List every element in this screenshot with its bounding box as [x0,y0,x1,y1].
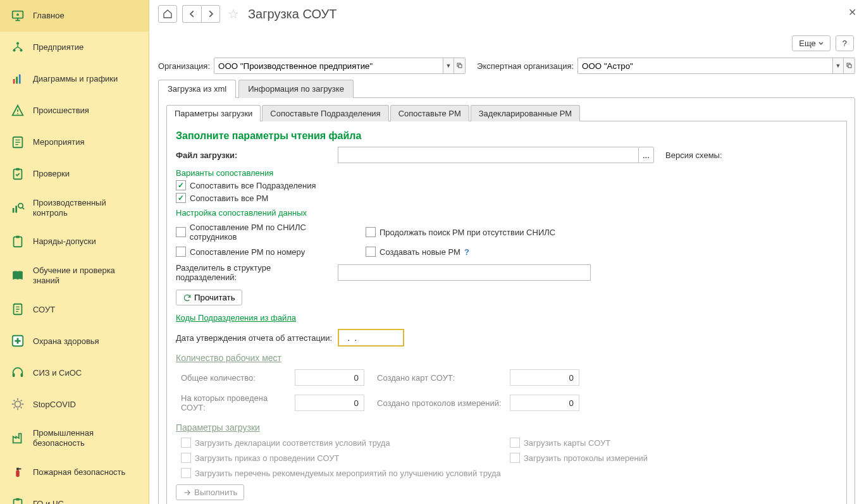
warning-icon [10,103,25,118]
browse-button[interactable]: ... [638,147,654,163]
codes-link[interactable]: Коды Подразделения из файла [176,313,296,323]
svg-rect-12 [13,208,15,212]
org-label: Организация: [158,61,210,71]
sidebar-item-label: Предприятие [33,42,83,52]
chk-snils[interactable] [176,227,186,237]
total-label: Общее количество: [181,373,290,383]
chk-all-deps-label: Сопоставить все Подразделения [190,181,316,190]
divider-input[interactable] [338,264,591,281]
home-button[interactable] [158,5,177,23]
svg-point-2 [16,42,19,44]
org-dropdown-button[interactable]: ▼ [443,58,454,74]
sidebar-item-ppe[interactable]: СИЗ и СиОС [0,357,149,388]
sidebar-item-prod-control[interactable]: Производственный контроль [0,190,149,226]
virus-icon [10,396,25,412]
chart-icon [10,71,25,87]
chk-load-recom-row: Загрузить перечень рекомендуемых меропри… [181,468,837,478]
forward-button[interactable] [201,5,220,23]
chk-snils-row: Сопоставление РМ по СНИЛС сотрудников [176,223,353,242]
sout-label: На которых проведена СОУТ: [181,393,290,412]
subtab-decl[interactable]: Задекларированные РМ [471,105,580,121]
approval-date-input[interactable] [338,329,404,347]
params-title: Параметры загрузки [176,422,837,433]
total-row: Общее количество: [181,369,364,386]
svg-rect-13 [15,206,17,212]
sidebar-item-fire[interactable]: Пожарная безопасность [0,457,149,488]
fill-params-title: Заполните параметры чтения файла [176,130,837,142]
sidebar-item-incidents[interactable]: Происшествия [0,95,149,126]
subtab-deps[interactable]: Сопоставьте Подразделения [262,105,388,121]
sout-value [295,395,364,411]
svg-rect-27 [459,65,462,68]
org-open-button[interactable] [454,58,466,74]
proto-row: Создано протоколов измерений: [377,393,579,412]
file-row: Файл загрузки: ... Версия схемы: [176,147,837,163]
chk-bynumber-row: Сопоставление РМ по номеру [176,247,353,257]
sidebar-item-charts[interactable]: Диаграммы и графики [0,63,149,95]
subtab-params[interactable]: Параметры загрузки [166,105,261,121]
back-button[interactable] [182,5,201,23]
org-combo: ▼ [214,58,466,74]
file-input[interactable] [338,147,638,163]
sidebar-item-industrial[interactable]: Промышленная безопасность [0,420,149,456]
svg-rect-19 [13,373,15,377]
help-button[interactable]: ? [836,35,854,51]
sidebar-item-label: Мероприятия [33,137,85,147]
data-settings-title: Настройка сопоставлений данных [176,208,837,218]
sidebar-item-label: Наряды-допуски [33,237,96,247]
cards-row: Создано карт СОУТ: [377,369,579,386]
sidebar-item-sout[interactable]: СОУТ [0,293,149,325]
chk-all-deps[interactable] [176,180,186,190]
expert-dropdown-button[interactable]: ▼ [832,58,844,74]
clipboard-alt-icon [10,496,25,504]
sidebar-item-checks[interactable]: Проверки [0,158,149,190]
chk-createnew[interactable] [366,247,376,257]
sidebar-item-permits[interactable]: Наряды-допуски [0,226,149,257]
sidebar-item-main[interactable]: Главное [0,0,149,32]
chk-load-cards-row: Загрузить карты СОУТ [510,438,610,448]
sidebar-item-emergency[interactable]: ГО и ЧС [0,488,149,504]
org-input[interactable] [214,58,443,74]
svg-rect-10 [14,169,22,180]
tab-load-xml[interactable]: Загрузка из xml [158,80,236,98]
main-content: ☆ Загрузка СОУТ ✕ Еще ? Организация: ▼ Э… [149,0,864,504]
outer-tabs: Загрузка из xml Информация по загрузке [158,79,855,97]
chk-load-recom-label: Загрузить перечень рекомендуемых меропри… [195,469,501,478]
clipboard-check-icon [10,166,25,181]
subtab-rm[interactable]: Сопоставьте РМ [390,105,469,121]
sidebar-item-label: Происшествия [33,106,89,116]
divider-row: Разделитель в структуре подразделений: [176,263,837,282]
expert-open-button[interactable] [844,58,855,74]
sidebar-item-health[interactable]: Охрана здоровья [0,325,149,357]
sidebar-item-enterprise[interactable]: Предприятие [0,32,149,63]
sout-row: На которых проведена СОУТ: [181,393,364,412]
nav-group [182,5,220,23]
execute-button[interactable]: Выполнить [176,484,244,500]
expert-input[interactable] [577,58,832,74]
svg-rect-22 [16,470,20,477]
svg-point-3 [13,49,15,51]
favorite-icon[interactable]: ☆ [228,6,239,22]
more-button[interactable]: Еще [792,35,830,51]
help-createnew[interactable]: ? [464,247,469,257]
svg-rect-7 [19,75,21,84]
read-button[interactable]: Прочитать [176,290,242,305]
top-right-actions: Еще ? [149,32,864,58]
svg-rect-5 [13,79,15,83]
svg-rect-6 [16,77,18,83]
chk-bynumber[interactable] [176,247,186,257]
svg-rect-20 [21,373,23,377]
chk-continue[interactable] [366,227,376,237]
chk-all-rm[interactable] [176,193,186,203]
sidebar-item-label: Проверки [33,169,70,179]
sidebar-item-label: ГО и ЧС [33,499,64,504]
close-button[interactable]: ✕ [848,6,856,18]
schema-label: Версия схемы: [665,151,722,160]
chk-load-order-row: Загрузить приказ о проведении СОУТ [181,453,497,463]
sidebar-item-stopcovid[interactable]: StopCOVID [0,388,149,420]
chk-createnew-row: Создавать новые РМ ? [366,247,469,257]
tab-load-info[interactable]: Информация по загрузке [238,80,354,98]
sidebar-item-training[interactable]: Обучение и проверка знаний [0,257,149,293]
sidebar-item-label: Охрана здоровья [33,336,99,347]
sidebar-item-events[interactable]: Мероприятия [0,126,149,158]
